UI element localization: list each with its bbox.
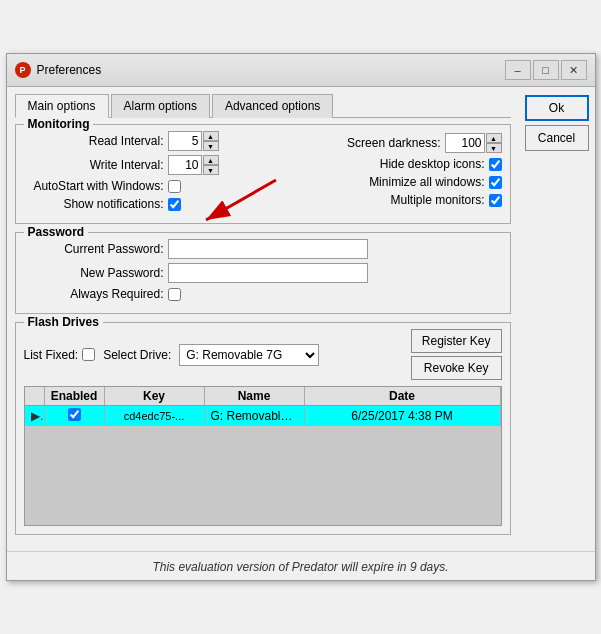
monitoring-form: Read Interval: 5 ▲ ▼ Write Inte: [24, 131, 502, 215]
screen-darkness-input[interactable]: 100: [445, 133, 485, 153]
flash-drives-content: List Fixed: Select Drive: G: Removable 7…: [24, 329, 502, 526]
close-button[interactable]: ✕: [561, 60, 587, 80]
preferences-window: P Preferences – □ ✕ Main options Alarm o…: [6, 53, 596, 581]
drive-select[interactable]: G: Removable 7G: [179, 344, 319, 366]
title-controls: – □ ✕: [505, 60, 587, 80]
autostart-label: AutoStart with Windows:: [24, 179, 164, 193]
list-fixed-checkbox[interactable]: [82, 348, 95, 361]
current-password-input[interactable]: [168, 239, 368, 259]
password-section: Password Current Password: New Password:…: [15, 232, 511, 314]
current-password-row: Current Password:: [24, 239, 502, 259]
flash-drives-section: Flash Drives List Fixed: Select Drive: G…: [15, 322, 511, 535]
read-interval-spin: 5 ▲ ▼: [168, 131, 219, 151]
write-interval-arrows: ▲ ▼: [203, 155, 219, 175]
show-notifications-label: Show notifications:: [24, 197, 164, 211]
always-required-label: Always Required:: [24, 287, 164, 301]
evaluation-note: This evaluation version of Predator will…: [152, 560, 448, 574]
tab-main-options[interactable]: Main options: [15, 94, 109, 118]
window-title: Preferences: [37, 63, 102, 77]
new-password-row: New Password:: [24, 263, 502, 283]
th-arrow: [25, 387, 45, 405]
write-interval-down[interactable]: ▼: [203, 165, 219, 175]
flash-drives-label: Flash Drives: [24, 315, 103, 329]
read-interval-up[interactable]: ▲: [203, 131, 219, 141]
write-interval-row: Write Interval: 10 ▲ ▼: [24, 155, 259, 175]
maximize-button[interactable]: □: [533, 60, 559, 80]
autostart-row: AutoStart with Windows:: [24, 179, 259, 193]
flash-buttons: Register Key Revoke Key: [411, 329, 502, 380]
list-fixed-row: List Fixed:: [24, 348, 96, 362]
new-password-label: New Password:: [24, 266, 164, 280]
ok-button[interactable]: Ok: [525, 95, 589, 121]
autostart-checkbox[interactable]: [168, 180, 181, 193]
monitoring-right: Screen darkness: 100 ▲ ▼ Hide d: [267, 131, 502, 215]
tab-alarm-options[interactable]: Alarm options: [111, 94, 210, 118]
register-key-button[interactable]: Register Key: [411, 329, 502, 353]
read-interval-input[interactable]: 5: [168, 131, 202, 151]
write-interval-up[interactable]: ▲: [203, 155, 219, 165]
revoke-key-button[interactable]: Revoke Key: [411, 356, 502, 380]
row-name: G: Removable 7G: [205, 407, 305, 425]
screen-darkness-spin: 100 ▲ ▼: [445, 133, 502, 153]
write-interval-spin: 10 ▲ ▼: [168, 155, 219, 175]
write-interval-label: Write Interval:: [24, 158, 164, 172]
row-date: 6/25/2017 4:38 PM: [305, 407, 501, 425]
th-key: Key: [105, 387, 205, 405]
current-password-label: Current Password:: [24, 242, 164, 256]
screen-darkness-arrows: ▲ ▼: [486, 133, 502, 153]
screen-darkness-label: Screen darkness:: [347, 136, 440, 150]
th-name: Name: [205, 387, 305, 405]
flash-top-row: List Fixed: Select Drive: G: Removable 7…: [24, 329, 502, 380]
multiple-monitors-row: Multiple monitors:: [267, 193, 502, 207]
table-row[interactable]: ▶ cd4edc75-... G: Removable 7G 6/25/2017…: [25, 406, 501, 426]
minimize-all-row: Minimize all windows:: [267, 175, 502, 189]
tabs: Main options Alarm options Advanced opti…: [15, 93, 511, 118]
hide-desktop-label: Hide desktop icons:: [380, 157, 485, 171]
show-notifications-row: Show notifications:: [24, 197, 259, 211]
content-area: Main options Alarm options Advanced opti…: [7, 87, 595, 551]
row-enabled: [45, 406, 105, 426]
screen-darkness-down[interactable]: ▼: [486, 143, 502, 153]
minimize-all-checkbox[interactable]: [489, 176, 502, 189]
th-date: Date: [305, 387, 501, 405]
password-label: Password: [24, 225, 89, 239]
show-notifications-checkbox[interactable]: [168, 198, 181, 211]
row-enabled-checkbox[interactable]: [68, 408, 81, 421]
read-interval-label: Read Interval:: [24, 134, 164, 148]
title-bar: P Preferences – □ ✕: [7, 54, 595, 87]
row-arrow: ▶: [25, 407, 45, 425]
hide-desktop-checkbox[interactable]: [489, 158, 502, 171]
list-fixed-label: List Fixed:: [24, 348, 79, 362]
screen-darkness-up[interactable]: ▲: [486, 133, 502, 143]
monitoring-section: Monitoring Read Interval: 5 ▲ ▼: [15, 124, 511, 224]
tab-advanced-options[interactable]: Advanced options: [212, 94, 333, 118]
minimize-button[interactable]: –: [505, 60, 531, 80]
app-icon: P: [15, 62, 31, 78]
screen-darkness-row: Screen darkness: 100 ▲ ▼: [267, 133, 502, 153]
th-enabled: Enabled: [45, 387, 105, 405]
read-interval-arrows: ▲ ▼: [203, 131, 219, 151]
main-panel: Main options Alarm options Advanced opti…: [7, 87, 519, 551]
read-interval-row: Read Interval: 5 ▲ ▼: [24, 131, 259, 151]
drive-table: Enabled Key Name Date ▶ cd4edc75-... G: …: [24, 386, 502, 526]
footer-note: This evaluation version of Predator will…: [7, 551, 595, 580]
multiple-monitors-checkbox[interactable]: [489, 194, 502, 207]
cancel-button[interactable]: Cancel: [525, 125, 589, 151]
write-interval-input[interactable]: 10: [168, 155, 202, 175]
read-interval-down[interactable]: ▼: [203, 141, 219, 151]
hide-desktop-row: Hide desktop icons:: [267, 157, 502, 171]
new-password-input[interactable]: [168, 263, 368, 283]
monitoring-left: Read Interval: 5 ▲ ▼ Write Inte: [24, 131, 259, 215]
always-required-checkbox[interactable]: [168, 288, 181, 301]
row-key: cd4edc75-...: [105, 408, 205, 424]
side-buttons: Ok Cancel: [519, 87, 595, 551]
minimize-all-label: Minimize all windows:: [369, 175, 484, 189]
select-drive-label: Select Drive:: [103, 348, 171, 362]
title-bar-left: P Preferences: [15, 62, 102, 78]
multiple-monitors-label: Multiple monitors:: [390, 193, 484, 207]
monitoring-label: Monitoring: [24, 117, 94, 131]
always-required-row: Always Required:: [24, 287, 502, 301]
table-header: Enabled Key Name Date: [25, 387, 501, 406]
